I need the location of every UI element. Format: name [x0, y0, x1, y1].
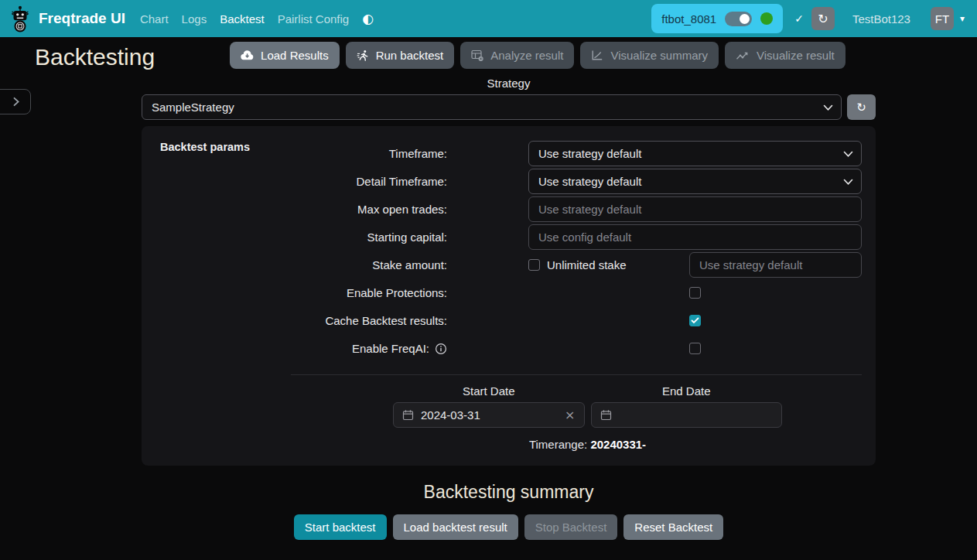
timeframe-select[interactable]: Use strategy default [528, 141, 862, 166]
enable-freqai-label-text: Enable FreqAI: [352, 342, 429, 355]
timeframe-selected-value: Use strategy default [538, 147, 641, 160]
unlimited-stake-label: Unlimited stake [547, 258, 627, 271]
backtest-mode-toolbar: Load Results Run backtest [230, 42, 845, 69]
detail-timeframe-label: Detail Timeframe: [160, 175, 447, 188]
backtest-content: Strategy SampleStrategy ↻ Backtest param… [142, 77, 876, 540]
start-date-input[interactable]: 2024-03-31 × [393, 402, 585, 428]
visualize-result-label: Visualize result [757, 49, 835, 62]
load-results-button[interactable]: Load Results [230, 42, 340, 69]
unlimited-stake-checkbox[interactable] [528, 259, 540, 271]
stake-amount-label: Stake amount: [160, 258, 447, 271]
chart-line-icon [591, 50, 603, 61]
max-open-trades-label: Max open trades: [160, 203, 447, 216]
nav-link-backtest[interactable]: Backtest [220, 12, 265, 26]
unlimited-stake-wrap: Unlimited stake [528, 258, 689, 271]
cache-results-label: Cache Backtest results: [160, 314, 447, 327]
connection-check-icon: ✓ [794, 12, 804, 25]
nav-link-pairlist-config[interactable]: Pairlist Config [278, 12, 350, 26]
nav-link-chart[interactable]: Chart [140, 12, 169, 26]
visualize-result-button[interactable]: Visualize result [725, 42, 845, 69]
enable-protections-row: Enable Protections: [160, 280, 862, 306]
enable-protections-checkbox[interactable] [689, 287, 701, 299]
analyze-result-label: Analyze result [490, 49, 563, 62]
visualize-summary-label: Visualize summary [610, 49, 708, 62]
reload-bot-button[interactable]: ↻ [811, 7, 835, 30]
navbar: Freqtrade UI Chart Logs Backtest Pairlis… [0, 0, 977, 37]
bot-enable-toggle[interactable] [725, 12, 752, 26]
toggle-knob [740, 14, 750, 24]
enable-freqai-cell [528, 343, 862, 354]
detail-timeframe-row: Detail Timeframe: Use strategy default [160, 169, 862, 194]
page-title: Backtesting [35, 44, 155, 70]
chart-scatter-icon [736, 50, 750, 61]
enable-freqai-label: Enable FreqAI: [160, 342, 447, 355]
run-backtest-button[interactable]: Run backtest [346, 42, 455, 69]
enable-protections-cell [528, 287, 862, 299]
start-date-value: 2024-03-31 [421, 408, 480, 422]
date-fields-row: 2024-03-31 × [393, 402, 782, 428]
summary-buttons: Start backtest Load backtest result Stop… [142, 514, 876, 540]
expand-left-panel-button[interactable] [0, 89, 31, 114]
page-header: Backtesting Load Results Run [0, 37, 977, 70]
stake-amount-input[interactable] [689, 252, 862, 278]
freqtrade-robot-logo-icon [8, 5, 32, 32]
visualize-summary-button[interactable]: Visualize summary [580, 42, 719, 69]
chevron-down-icon [823, 104, 833, 111]
clear-start-date-icon[interactable]: × [565, 409, 575, 422]
starting-capital-label: Starting capital: [160, 230, 447, 244]
load-backtest-result-button[interactable]: Load backtest result [393, 514, 518, 540]
start-date-label: Start Date [393, 384, 585, 398]
backtest-params-panel: Backtest params Timeframe: Use strategy … [142, 126, 876, 466]
chevron-right-icon [12, 97, 20, 107]
strategy-select[interactable]: SampleStrategy [142, 94, 842, 120]
refresh-strategy-list-button[interactable]: ↻ [847, 94, 876, 120]
calendar-icon [402, 409, 414, 421]
strategy-row: SampleStrategy ↻ [142, 94, 876, 120]
bot-name: ftbot_8081 [661, 12, 716, 26]
timerange-value: 20240331- [590, 438, 646, 451]
detail-timeframe-select[interactable]: Use strategy default [528, 169, 862, 194]
summary-title: Backtesting summary [142, 482, 876, 503]
info-icon[interactable] [435, 343, 447, 355]
load-results-label: Load Results [261, 49, 329, 62]
end-date-input[interactable] [591, 402, 783, 428]
chevron-down-icon [843, 151, 853, 158]
user-avatar[interactable]: FT [931, 7, 954, 30]
nav-link-logs[interactable]: Logs [182, 12, 207, 26]
table-analyze-icon [471, 50, 483, 61]
max-open-trades-row: Max open trades: [160, 196, 862, 222]
user-menu-caret-icon[interactable]: ▾ [960, 13, 965, 24]
analyze-result-button[interactable]: Analyze result [460, 42, 574, 69]
bot-online-status-dot [760, 12, 773, 25]
cache-results-cell [528, 315, 862, 326]
end-date-label: End Date [591, 384, 783, 398]
starting-capital-input[interactable] [528, 224, 862, 250]
enable-freqai-row: Enable FreqAI: [160, 336, 862, 361]
main-nav: Chart Logs Backtest Pairlist Config [140, 12, 349, 26]
app-brand-title: Freqtrade UI [39, 10, 125, 27]
stake-amount-row: Stake amount: Unlimited stake [160, 252, 862, 278]
stake-amount-cell: Unlimited stake [528, 252, 862, 278]
cache-results-row: Cache Backtest results: [160, 308, 862, 333]
cloud-download-icon [241, 50, 254, 61]
chevron-down-icon [843, 179, 853, 186]
logged-in-username: TestBot123 [852, 12, 910, 26]
enable-freqai-checkbox[interactable] [689, 343, 701, 354]
cache-results-checkbox[interactable] [689, 315, 701, 326]
params-divider [291, 374, 862, 375]
starting-capital-row: Starting capital: [160, 224, 862, 250]
stop-backtest-button[interactable]: Stop Backtest [524, 514, 618, 540]
params-panel-title: Backtest params [160, 141, 250, 153]
timerange-label: Timerange: [529, 438, 590, 451]
max-open-trades-input[interactable] [528, 196, 862, 222]
bot-selector-pill[interactable]: ftbot_8081 [651, 4, 783, 33]
reset-backtest-button[interactable]: Reset Backtest [623, 514, 723, 540]
calendar-icon [600, 409, 612, 421]
start-backtest-button[interactable]: Start backtest [294, 514, 387, 540]
detail-timeframe-selected-value: Use strategy default [538, 175, 641, 188]
strategy-selected-value: SampleStrategy [152, 101, 234, 114]
enable-protections-label: Enable Protections: [160, 286, 447, 299]
navbar-right: ftbot_8081 ✓ ↻ TestBot123 FT ▾ [651, 4, 965, 33]
timerange-text: Timerange: 20240331- [393, 438, 782, 451]
theme-toggle-icon[interactable]: ◐ [362, 12, 374, 26]
